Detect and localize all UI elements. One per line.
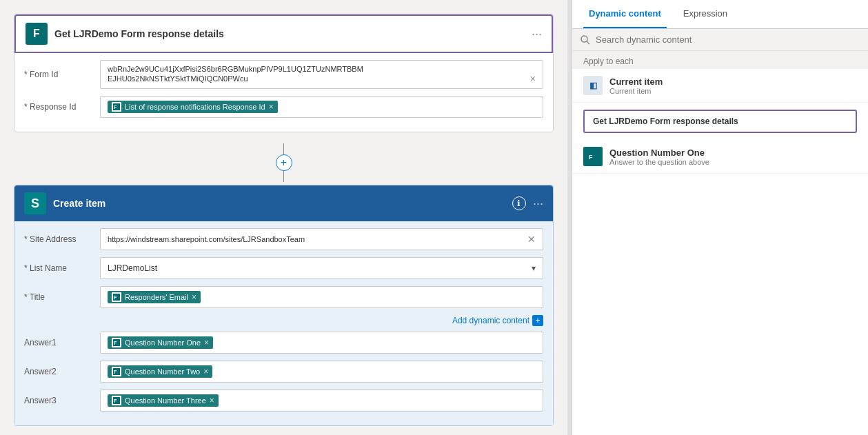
- list-name-caret[interactable]: ▾: [532, 263, 536, 273]
- svg-point-10: [581, 36, 587, 42]
- current-item-text: Current item Current item: [609, 77, 663, 95]
- current-item-title: Current item: [609, 77, 663, 87]
- question-one-icon: F: [583, 147, 603, 166]
- list-name-field[interactable]: LJRDemoList ▾: [100, 257, 543, 279]
- get-form-response-header: F Get LJRDemo Form response details ···: [14, 14, 553, 53]
- list-name-value: LJRDemoList: [108, 263, 157, 273]
- response-id-clear[interactable]: ×: [269, 102, 274, 112]
- token-forms-icon: F: [112, 102, 121, 112]
- answer3-row: Answer3 F Question Number Three ×: [24, 390, 543, 412]
- current-item-item[interactable]: ◧ Current item Current item: [572, 69, 868, 103]
- title-field[interactable]: F Responders' Email ×: [100, 286, 543, 308]
- question-one-text: Question Number One Answer to the questi…: [609, 148, 709, 166]
- title-label: * Title: [24, 292, 93, 302]
- list-name-row: * List Name LJRDemoList ▾: [24, 257, 543, 279]
- add-dynamic-row: Add dynamic content +: [24, 315, 543, 326]
- answer2-field[interactable]: F Question Number Two ×: [100, 361, 543, 383]
- form-id-line1: wbRnJe2w9UCu41jXxfPisi2S6br6RGBMuknpPIVP…: [108, 65, 363, 73]
- response-id-field[interactable]: F List of response notifications Respons…: [100, 96, 543, 118]
- svg-text:F: F: [589, 154, 593, 161]
- connector-line-bottom: [283, 171, 284, 182]
- add-dynamic-button[interactable]: Add dynamic content +: [452, 315, 543, 326]
- title-row: * Title F Responders' Email ×: [24, 286, 543, 308]
- create-item-body: * Site Address https://windstream.sharep…: [14, 221, 553, 425]
- card1-menu[interactable]: ···: [532, 27, 542, 41]
- answer2-row: Answer2 F Question Number Two ×: [24, 361, 543, 383]
- current-item-subtitle: Current item: [609, 87, 663, 95]
- get-form-response-section: Get LJRDemo Form response details: [583, 110, 857, 133]
- svg-text:F: F: [114, 295, 117, 300]
- answer1-token-clear[interactable]: ×: [204, 338, 209, 347]
- create-item-card: S Create item ℹ ··· * Site Address https…: [14, 185, 554, 426]
- tab-dynamic-content[interactable]: Dynamic content: [583, 0, 667, 28]
- answer1-token: F Question Number One ×: [108, 336, 213, 349]
- list-name-label: * List Name: [24, 263, 93, 273]
- get-form-response-card: F Get LJRDemo Form response details ··· …: [14, 14, 554, 132]
- info-icon[interactable]: ℹ: [512, 196, 526, 210]
- connector-line-top: [283, 143, 284, 154]
- search-bar: [572, 29, 868, 51]
- answer3-label: Answer3: [24, 396, 93, 405]
- forms-icon: F: [26, 23, 48, 45]
- answer1-token-icon: F: [112, 338, 121, 347]
- site-address-row: * Site Address https://windstream.sharep…: [24, 228, 543, 250]
- add-dynamic-label: Add dynamic content: [452, 316, 529, 325]
- site-address-clear[interactable]: ✕: [527, 234, 536, 245]
- add-step-button[interactable]: +: [276, 154, 292, 171]
- form-id-line2: EJHU0s2NkNSTktYSktTMiQIQCN0PWcu: [108, 74, 248, 83]
- svg-text:F: F: [114, 370, 117, 374]
- answer3-field[interactable]: F Question Number Three ×: [100, 390, 543, 412]
- response-id-label: * Response Id: [24, 102, 93, 112]
- answer1-label: Answer1: [24, 338, 93, 347]
- add-dynamic-plus-icon: +: [532, 315, 543, 326]
- svg-text:F: F: [114, 341, 117, 345]
- site-address-value: https://windstream.sharepoint.com/sites/…: [108, 235, 305, 243]
- left-panel: F Get LJRDemo Form response details ··· …: [0, 0, 567, 435]
- right-panel: Dynamic content Expression Apply to each…: [572, 0, 868, 435]
- answer1-row: Answer1 F Question Number One ×: [24, 332, 543, 354]
- sharepoint-icon: S: [24, 192, 46, 214]
- form-id-label: * Form Id: [24, 70, 93, 79]
- right-panel-tabs: Dynamic content Expression: [572, 0, 868, 29]
- search-input[interactable]: [596, 34, 860, 45]
- title-token: F Responders' Email ×: [108, 291, 201, 303]
- question-number-one-item[interactable]: F Question Number One Answer to the ques…: [572, 140, 868, 174]
- tab-expression[interactable]: Expression: [678, 0, 733, 28]
- section2-wrapper: Get LJRDemo Form response details: [572, 103, 868, 140]
- apply-to-each-section: Apply to each: [572, 51, 868, 69]
- site-address-label: * Site Address: [24, 234, 93, 244]
- current-item-icon: ◧: [583, 76, 603, 95]
- svg-line-11: [587, 41, 589, 44]
- svg-text:F: F: [114, 105, 117, 110]
- question-one-subtitle: Answer to the question above: [609, 158, 709, 166]
- search-icon: [581, 35, 590, 45]
- answer2-token-clear[interactable]: ×: [203, 367, 208, 376]
- create-item-title: Create item: [53, 198, 505, 209]
- card2-menu[interactable]: ···: [533, 196, 543, 211]
- question-one-title: Question Number One: [609, 148, 709, 158]
- answer3-token-icon: F: [112, 396, 121, 405]
- answer2-token-icon: F: [112, 367, 121, 376]
- answer2-token: F Question Number Two ×: [108, 365, 212, 378]
- answer3-token: F Question Number Three ×: [108, 394, 219, 407]
- get-form-response-title: Get LJRDemo Form response details: [54, 28, 525, 39]
- title-token-clear[interactable]: ×: [192, 292, 196, 302]
- form-id-field[interactable]: wbRnJe2w9UCu41jXxfPisi2S6br6RGBMuknpPIVP…: [100, 60, 543, 89]
- title-token-icon: F: [112, 292, 121, 302]
- response-id-row: * Response Id F List of response notific…: [24, 96, 543, 118]
- form-id-row: * Form Id wbRnJe2w9UCu41jXxfPisi2S6br6RG…: [24, 60, 543, 89]
- form-id-clear[interactable]: ×: [530, 73, 536, 84]
- svg-text:F: F: [114, 398, 117, 403]
- connector: +: [14, 143, 554, 182]
- site-address-field[interactable]: https://windstream.sharepoint.com/sites/…: [100, 228, 543, 250]
- create-item-header: S Create item ℹ ···: [14, 185, 553, 221]
- answer2-label: Answer2: [24, 367, 93, 376]
- answer3-token-clear[interactable]: ×: [210, 396, 214, 405]
- response-id-token: F List of response notifications Respons…: [108, 101, 278, 113]
- answer1-field[interactable]: F Question Number One ×: [100, 332, 543, 354]
- get-form-response-body: * Form Id wbRnJe2w9UCu41jXxfPisi2S6br6RG…: [14, 53, 553, 132]
